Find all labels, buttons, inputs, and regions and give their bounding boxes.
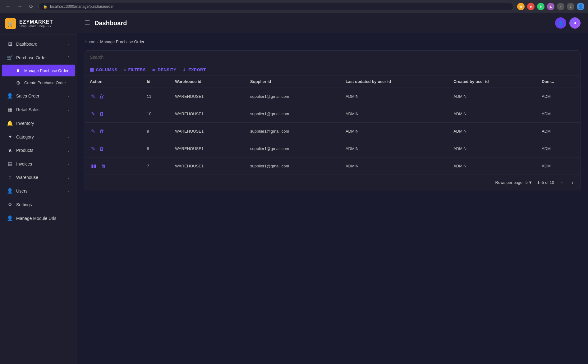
sidebar-item-manage-purchase-order[interactable]: ■ Manage Purchase Order: [2, 65, 75, 76]
products-icon: 🛍: [7, 148, 13, 153]
user-profile-icon[interactable]: 👤: [577, 3, 584, 10]
top-bar: ☰ Dashboard 👤 ✦: [77, 13, 588, 33]
back-button[interactable]: ←: [4, 3, 12, 10]
url-bar[interactable]: 🔒 localhost:3000/manage/purchaseorder: [38, 3, 514, 10]
sidebar-item-products[interactable]: 🛍 Products ⌄: [2, 144, 75, 157]
sidebar-item-dashboard[interactable]: ⊞ Dashboard ⌄: [2, 37, 75, 51]
forward-button[interactable]: →: [16, 3, 24, 10]
row-3-edit-button[interactable]: ✎: [90, 144, 96, 153]
logo-text: EZYMARKET Shop Smart. Shop EZY: [19, 19, 53, 28]
export-button[interactable]: ⇓ EXPORT: [182, 67, 206, 72]
density-button[interactable]: ≣ DENSITY: [152, 67, 176, 72]
sidebar-item-label-dashboard: Dashboard: [16, 42, 38, 47]
col-header-dom: Dom...: [537, 75, 580, 88]
row-2-action-cell: ✎🗑: [85, 123, 142, 140]
sidebar-item-warehouse[interactable]: ⌂ Warehouse ⌄: [2, 171, 75, 184]
next-page-button[interactable]: ›: [570, 179, 575, 186]
sales-order-icon: 👤: [7, 93, 13, 99]
table-row: ✎🗑8WAREHOUSE1supplier1@gmail.comADMINADM…: [85, 140, 580, 157]
row-3-delete-button[interactable]: 🗑: [98, 145, 106, 153]
sidebar-item-label-purchase-order: Purchase Order: [16, 55, 47, 60]
row-4-supplier_id: supplier1@gmail.com: [245, 157, 341, 175]
row-2-edit-button[interactable]: ✎: [90, 127, 96, 135]
logo-icon: 🛒: [5, 18, 16, 29]
sidebar-item-retail-sales[interactable]: ▦ Retail Sales ⌄: [2, 103, 75, 116]
col-header-supplier-id: Supplier id: [245, 75, 341, 88]
sidebar-item-label-retail-sales: Retail Sales: [16, 107, 39, 112]
sidebar-item-sales-order[interactable]: 👤 Sales Order ⌄: [2, 89, 75, 102]
sidebar-item-category[interactable]: ✦ Category ⌄: [2, 130, 75, 143]
row-2-last_updated_by_user_id: ADMIN: [341, 123, 448, 140]
row-2-delete-button[interactable]: 🗑: [98, 127, 106, 135]
user-avatar-button[interactable]: 👤: [555, 17, 566, 29]
sidebar-item-create-purchase-order[interactable]: ⊕ Create Purchase Order: [2, 77, 75, 89]
chevron-down-icon-6: ⌄: [67, 148, 70, 152]
extension-icon-4[interactable]: ▲: [547, 3, 554, 10]
row-0-edit-button[interactable]: ✎: [90, 92, 96, 101]
hamburger-button[interactable]: ☰: [85, 19, 90, 27]
extension-icon-1[interactable]: ★: [517, 3, 525, 10]
row-0-dom: ADM: [537, 88, 580, 105]
sidebar-item-inventory[interactable]: 🔔 Inventory ⌄: [2, 116, 75, 130]
columns-button[interactable]: ▦ COLUMNS: [90, 67, 117, 72]
row-3-supplier_id: supplier1@gmail.com: [245, 140, 341, 157]
prev-page-button[interactable]: ‹: [559, 179, 565, 186]
table-body: ✎🗑11WAREHOUSE1supplier1@gmail.comADMINAD…: [85, 88, 580, 175]
chevron-down-icon-7: ⌄: [67, 162, 70, 166]
chevron-down-icon-2: ⌄: [67, 94, 70, 98]
table-row: ▮▮🗑7WAREHOUSE1supplier1@gmail.comADMINAD…: [85, 157, 580, 175]
row-0-delete-button[interactable]: 🗑: [98, 93, 106, 101]
row-4-delete-button[interactable]: 🗑: [100, 162, 107, 170]
col-header-id: Id: [142, 75, 170, 88]
row-1-dom: ADM: [537, 105, 580, 123]
sidebar-navigation: ⊞ Dashboard ⌄ 🛒 Purchase Order ⌃ ■ Manag…: [0, 34, 77, 364]
col-header-last-updated: Last updated by user id: [341, 75, 448, 88]
pagination-bar: Rows per page: 5 ▼ 1–5 of 10 ‹ ›: [85, 175, 580, 190]
chevron-down-icon-3: ⌄: [67, 107, 70, 111]
row-3-warehouse_id: WAREHOUSE1: [170, 140, 245, 157]
dropdown-arrow-icon: ▼: [528, 180, 532, 185]
sidebar-item-invoices[interactable]: ▤ Invoices ⌄: [2, 157, 75, 171]
row-4-view-button[interactable]: ▮▮: [90, 162, 98, 170]
sidebar-item-purchase-order[interactable]: 🛒 Purchase Order ⌃: [2, 51, 75, 64]
row-1-created_by_user_id: ADMIN: [448, 105, 537, 123]
sidebar-item-label-settings: Settings: [16, 202, 32, 207]
row-2-created_by_user_id: ADMIN: [448, 123, 537, 140]
browser-chrome: ← → ⟳ 🔒 localhost:3000/manage/purchaseor…: [0, 0, 588, 13]
sidebar-item-settings[interactable]: ⚙ Settings: [2, 198, 75, 211]
sidebar-item-users[interactable]: 👤 Users ⌄: [2, 184, 75, 198]
filters-icon: ≡: [124, 67, 126, 72]
search-input[interactable]: [90, 55, 575, 60]
table-row: ✎🗑10WAREHOUSE1supplier1@gmail.comADMINAD…: [85, 105, 580, 123]
rows-per-page-control: Rows per page: 5 ▼: [495, 180, 532, 185]
manage-purchase-order-icon: ■: [15, 68, 21, 73]
row-0-warehouse_id: WAREHOUSE1: [170, 88, 245, 105]
breadcrumb-home[interactable]: Home: [85, 39, 95, 44]
sidebar-item-manage-module-urls[interactable]: 👤 Manage Module Urls: [2, 212, 75, 225]
extension-icon-5[interactable]: ◦: [557, 3, 564, 10]
row-2-dom: ADM: [537, 123, 580, 140]
row-1-edit-button[interactable]: ✎: [90, 110, 96, 118]
col-header-warehouse-id: Warehouse id: [170, 75, 245, 88]
create-purchase-order-icon: ⊕: [15, 80, 21, 86]
sidebar: 🛒 EZYMARKET Shop Smart. Shop EZY ⊞ Dashb…: [0, 13, 77, 364]
row-1-delete-button[interactable]: 🗑: [98, 110, 106, 118]
row-0-id: 11: [142, 88, 170, 105]
search-bar: [85, 51, 580, 64]
extension-icon-2[interactable]: ●: [527, 3, 535, 10]
reload-button[interactable]: ⟳: [27, 3, 35, 10]
extension-icon-3[interactable]: ♦: [537, 3, 544, 10]
retail-sales-icon: ▦: [7, 107, 13, 112]
download-icon[interactable]: ⇓: [567, 3, 574, 10]
table-card: ▦ COLUMNS ≡ FILTERS ≣ DENSITY ⇓ EXPORT: [85, 50, 581, 190]
density-icon: ≣: [152, 67, 156, 72]
filters-button[interactable]: ≡ FILTERS: [124, 67, 146, 72]
chevron-up-icon: ⌃: [67, 56, 70, 60]
col-header-created-by: Created by user id: [448, 75, 537, 88]
rows-per-page-select[interactable]: 5 ▼: [526, 180, 532, 185]
warehouse-icon: ⌂: [7, 175, 13, 180]
sidebar-item-label-sales-order: Sales Order: [16, 93, 39, 98]
row-1-id: 10: [142, 105, 170, 123]
row-3-last_updated_by_user_id: ADMIN: [341, 140, 448, 157]
sparkle-button[interactable]: ✦: [569, 17, 581, 29]
